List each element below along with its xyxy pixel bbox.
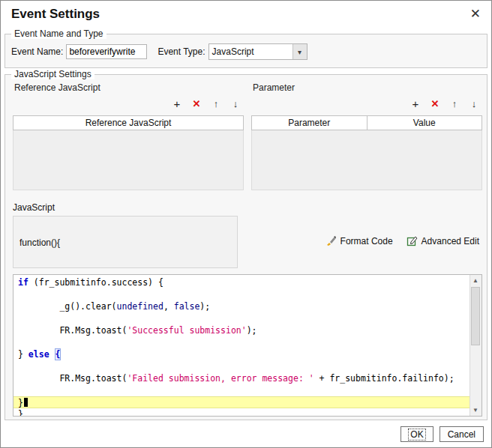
value-header-cell: Value — [367, 116, 482, 130]
reference-toolbar: + ✕ ↑ ↓ — [13, 96, 244, 112]
format-code-button[interactable]: Format Code — [326, 235, 393, 246]
javascript-settings-group: JavaScript Settings Reference JavaScript… — [4, 74, 488, 420]
function-signature-box: function(){ — [13, 216, 238, 268]
code-token: } — [18, 349, 28, 360]
advanced-edit-button[interactable]: Advanced Edit — [406, 235, 479, 246]
event-name-input[interactable] — [66, 44, 147, 59]
code-line[interactable] — [14, 360, 470, 372]
code-token: + fr_submitinfo.failinfo); — [314, 373, 454, 384]
code-line[interactable]: } — [14, 396, 470, 408]
editor-actions: Format Code Advanced Edit — [326, 235, 479, 246]
close-icon[interactable]: ✕ — [470, 7, 481, 22]
code-token: , — [164, 301, 174, 312]
ok-button[interactable]: OK — [400, 426, 433, 442]
code-token: (fr_submitinfo.success) { — [28, 277, 164, 288]
code-token: } — [18, 409, 23, 417]
move-up-icon[interactable]: ↑ — [208, 96, 224, 112]
title-bar: Event Settings ✕ — [1, 1, 491, 28]
code-editor[interactable]: if (fr_submitinfo.success) { _g().clear(… — [13, 274, 482, 417]
code-token: } — [18, 398, 23, 408]
code-token: ); — [200, 301, 210, 312]
code-line[interactable]: _g().clear(undefined, false); — [14, 300, 470, 312]
code-token: FR.Msg.toast( — [18, 373, 127, 384]
scroll-down-icon[interactable]: ▼ — [470, 405, 481, 416]
delete-icon[interactable]: ✕ — [427, 96, 443, 112]
reference-javascript-label: Reference JavaScript — [14, 82, 100, 93]
reference-header-cell: Reference JavaScript — [14, 116, 243, 130]
dialog-footer: OK Cancel — [400, 426, 484, 442]
function-signature-text: function(){ — [20, 237, 60, 248]
event-name-type-row: Event Name: Event Type: JavaScript ▾ — [11, 43, 308, 60]
parameter-table-header: Parameter Value — [251, 115, 482, 130]
code-token — [50, 349, 55, 360]
parameter-label: Parameter — [253, 82, 295, 93]
add-icon[interactable]: + — [407, 96, 424, 112]
move-up-icon[interactable]: ↑ — [446, 96, 463, 112]
code-line[interactable] — [14, 312, 470, 324]
reference-table-body[interactable] — [13, 130, 244, 190]
event-name-type-legend: Event Name and Type — [11, 28, 106, 39]
code-token: else — [28, 349, 50, 360]
code-token: undefined — [117, 301, 164, 312]
code-line[interactable]: FR.Msg.toast('Failed submission, error m… — [14, 372, 470, 384]
code-token: 'Failed submission, error message: ' — [127, 373, 314, 384]
event-name-label: Event Name: — [11, 46, 63, 57]
code-token: 'Successful submission' — [127, 325, 246, 336]
parameter-header-cell: Parameter — [252, 116, 367, 130]
reference-table-header: Reference JavaScript — [13, 115, 244, 130]
scrollbar-thumb[interactable] — [471, 287, 480, 345]
code-lines[interactable]: if (fr_submitinfo.success) { _g().clear(… — [14, 276, 470, 417]
code-token: _g().clear( — [18, 301, 117, 312]
move-down-icon[interactable]: ↓ — [466, 96, 482, 112]
advanced-edit-icon — [406, 235, 418, 246]
scroll-up-icon[interactable]: ▲ — [470, 275, 481, 286]
code-line[interactable]: } — [14, 408, 470, 417]
code-token: false — [174, 301, 200, 312]
event-type-value: JavaScript — [209, 46, 292, 57]
code-line[interactable]: FR.Msg.toast('Successful submission'); — [14, 324, 470, 336]
code-token: FR.Msg.toast( — [18, 325, 127, 336]
parameter-table-body[interactable] — [251, 130, 482, 190]
event-type-label: Event Type: — [158, 46, 205, 57]
event-name-type-group: Event Name and Type Event Name: Event Ty… — [4, 34, 488, 68]
code-line[interactable] — [14, 336, 470, 348]
code-token: { — [55, 348, 62, 360]
chevron-down-icon[interactable]: ▾ — [292, 44, 307, 59]
dialog-title: Event Settings — [11, 7, 100, 22]
code-line[interactable]: } else { — [14, 348, 470, 360]
delete-icon[interactable]: ✕ — [188, 96, 205, 112]
parameter-toolbar: + ✕ ↑ ↓ — [251, 96, 482, 112]
code-line[interactable]: if (fr_submitinfo.success) { — [14, 276, 470, 288]
code-scrollbar[interactable]: ▲ ▼ — [470, 275, 482, 416]
event-type-select[interactable]: JavaScript ▾ — [208, 43, 308, 60]
code-line[interactable] — [14, 288, 470, 300]
advanced-edit-label: Advanced Edit — [422, 236, 479, 246]
javascript-label: JavaScript — [13, 202, 55, 213]
event-settings-dialog: Event Settings ✕ Event Name and Type Eve… — [0, 0, 492, 448]
cancel-button[interactable]: Cancel — [440, 426, 484, 442]
format-code-label: Format Code — [340, 236, 393, 246]
cancel-button-label: Cancel — [448, 429, 476, 440]
format-brush-icon — [326, 235, 337, 246]
add-icon[interactable]: + — [169, 96, 185, 112]
code-token: ); — [247, 325, 257, 336]
code-token: if — [18, 277, 28, 288]
code-line[interactable] — [14, 384, 470, 396]
text-caret — [24, 398, 28, 407]
move-down-icon[interactable]: ↓ — [227, 96, 244, 112]
ok-button-label: OK — [409, 429, 424, 440]
javascript-settings-legend: JavaScript Settings — [11, 69, 94, 79]
